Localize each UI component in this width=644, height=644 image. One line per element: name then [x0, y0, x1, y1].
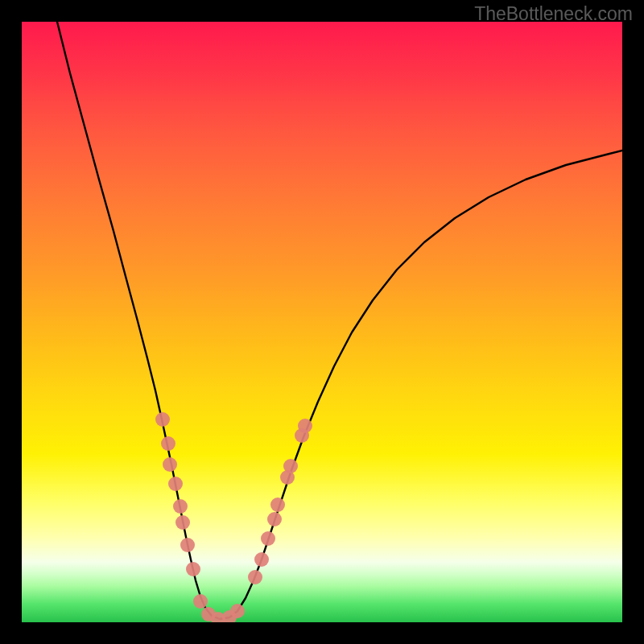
data-marker — [193, 594, 208, 609]
data-marker — [186, 562, 200, 576]
data-marker — [248, 570, 262, 584]
data-marker — [270, 497, 285, 512]
data-marker — [298, 419, 312, 433]
data-marker — [180, 538, 195, 552]
data-marker — [161, 436, 175, 451]
data-marker — [175, 515, 190, 530]
curve-path — [57, 22, 622, 619]
watermark-text: TheBottleneck.com — [474, 3, 633, 25]
bottleneck-curve — [57, 22, 622, 619]
plot-area — [22, 22, 622, 622]
data-marker — [163, 457, 177, 472]
chart-overlay — [22, 22, 622, 622]
data-marker — [230, 604, 245, 618]
data-marker — [168, 477, 183, 491]
data-marker — [155, 412, 170, 427]
data-marker — [283, 459, 298, 473]
chart-frame: TheBottleneck.com — [0, 0, 644, 644]
data-marker — [261, 531, 275, 546]
data-marker — [254, 552, 269, 567]
data-marker — [173, 499, 188, 514]
data-marker — [267, 512, 282, 526]
marker-group — [155, 412, 312, 622]
